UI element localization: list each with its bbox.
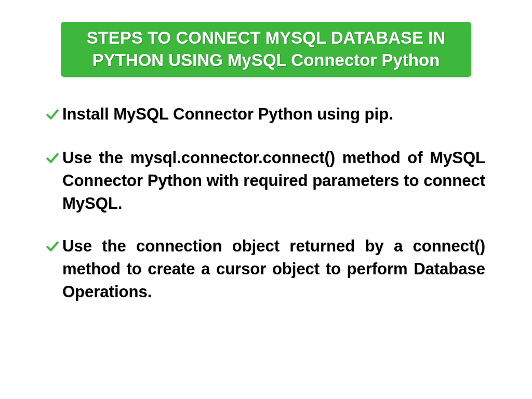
checkmark-icon [46, 148, 59, 162]
list-item: Use the connection object returned by a … [47, 235, 485, 303]
bullet-text: Use the mysql.connector.connect() method… [62, 149, 485, 212]
bullet-list: Install MySQL Connector Python using pip… [47, 103, 485, 303]
checkmark-icon [46, 104, 59, 118]
bullet-text: Install MySQL Connector Python using pip… [62, 105, 393, 123]
title-box: STEPS TO CONNECT MYSQL DATABASE IN PYTHO… [61, 22, 471, 77]
list-item: Install MySQL Connector Python using pip… [47, 103, 485, 126]
slide: STEPS TO CONNECT MYSQL DATABASE IN PYTHO… [0, 0, 532, 399]
bullet-text: Use the connection object returned by a … [62, 237, 485, 301]
checkmark-icon [46, 236, 59, 250]
slide-title: STEPS TO CONNECT MYSQL DATABASE IN PYTHO… [75, 27, 457, 72]
list-item: Use the mysql.connector.connect() method… [47, 147, 485, 215]
